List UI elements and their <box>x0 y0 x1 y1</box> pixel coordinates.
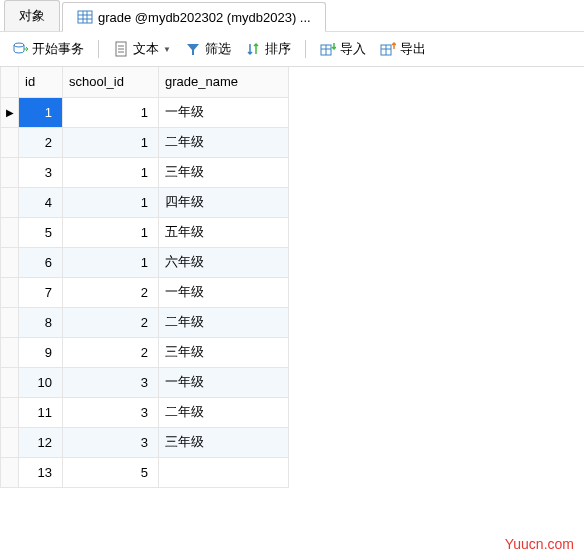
col-grade-name[interactable]: grade_name <box>159 67 289 97</box>
row-handle[interactable] <box>1 337 19 367</box>
toolbar: 开始事务 文本 ▼ 筛选 排序 导入 导出 <box>0 32 584 67</box>
cell-grade-name[interactable]: 二年级 <box>159 397 289 427</box>
cell-id[interactable]: 10 <box>19 367 63 397</box>
cell-id[interactable]: 6 <box>19 247 63 277</box>
cell-school-id[interactable]: 2 <box>63 307 159 337</box>
dropdown-arrow: ▼ <box>163 45 171 54</box>
text-label: 文本 <box>133 40 159 58</box>
separator <box>98 40 99 58</box>
cell-grade-name[interactable]: 二年级 <box>159 127 289 157</box>
cell-grade-name[interactable]: 一年级 <box>159 277 289 307</box>
cell-id[interactable]: 5 <box>19 217 63 247</box>
cell-grade-name[interactable]: 二年级 <box>159 307 289 337</box>
cell-school-id[interactable]: 3 <box>63 427 159 457</box>
cell-id[interactable]: 2 <box>19 127 63 157</box>
cell-id[interactable]: 11 <box>19 397 63 427</box>
row-handle[interactable] <box>1 157 19 187</box>
table-row[interactable]: 92三年级 <box>1 337 289 367</box>
sort-button[interactable]: 排序 <box>241 38 295 60</box>
begin-transaction-button[interactable]: 开始事务 <box>8 38 88 60</box>
svg-point-5 <box>14 43 24 47</box>
row-handle[interactable] <box>1 307 19 337</box>
begin-transaction-label: 开始事务 <box>32 40 84 58</box>
cell-school-id[interactable]: 3 <box>63 367 159 397</box>
svg-rect-0 <box>78 11 92 23</box>
cell-grade-name[interactable]: 一年级 <box>159 367 289 397</box>
cell-school-id[interactable]: 1 <box>63 217 159 247</box>
col-id[interactable]: id <box>19 67 63 97</box>
table-row[interactable]: 61六年级 <box>1 247 289 277</box>
funnel-icon <box>185 41 201 57</box>
tab-object-label: 对象 <box>19 7 45 25</box>
tab-table[interactable]: grade @mydb202302 (mydb2023) ... <box>62 2 326 32</box>
row-handle[interactable] <box>1 127 19 157</box>
row-handle[interactable] <box>1 427 19 457</box>
table-icon <box>77 9 93 25</box>
cell-id[interactable]: 8 <box>19 307 63 337</box>
text-button[interactable]: 文本 ▼ <box>109 38 175 60</box>
table-row[interactable]: 103一年级 <box>1 367 289 397</box>
data-grid[interactable]: id school_id grade_name ▶11一年级21二年级31三年级… <box>0 67 289 488</box>
table-row[interactable]: 41四年级 <box>1 187 289 217</box>
import-button[interactable]: 导入 <box>316 38 370 60</box>
cell-school-id[interactable]: 1 <box>63 187 159 217</box>
cell-school-id[interactable]: 1 <box>63 127 159 157</box>
row-handle[interactable] <box>1 247 19 277</box>
cell-grade-name[interactable]: 六年级 <box>159 247 289 277</box>
import-icon <box>320 41 336 57</box>
cell-school-id[interactable]: 5 <box>63 457 159 487</box>
table-row[interactable]: 72一年级 <box>1 277 289 307</box>
export-button[interactable]: 导出 <box>376 38 430 60</box>
cell-id[interactable]: 13 <box>19 457 63 487</box>
table-row[interactable]: 21二年级 <box>1 127 289 157</box>
table-row[interactable]: 51五年级 <box>1 217 289 247</box>
cell-grade-name[interactable]: 三年级 <box>159 337 289 367</box>
filter-label: 筛选 <box>205 40 231 58</box>
row-handle[interactable]: ▶ <box>1 97 19 127</box>
cell-grade-name[interactable]: 四年级 <box>159 187 289 217</box>
cell-school-id[interactable]: 1 <box>63 97 159 127</box>
row-handle-header <box>1 67 19 97</box>
cell-grade-name[interactable]: 三年级 <box>159 427 289 457</box>
row-handle[interactable] <box>1 217 19 247</box>
row-handle[interactable] <box>1 367 19 397</box>
cell-school-id[interactable]: 3 <box>63 397 159 427</box>
table-row[interactable]: 82二年级 <box>1 307 289 337</box>
cell-id[interactable]: 3 <box>19 157 63 187</box>
sort-icon <box>245 41 261 57</box>
cell-school-id[interactable]: 2 <box>63 277 159 307</box>
tab-object[interactable]: 对象 <box>4 0 60 31</box>
cell-id[interactable]: 12 <box>19 427 63 457</box>
table-row[interactable]: ▶11一年级 <box>1 97 289 127</box>
table-row[interactable]: 123三年级 <box>1 427 289 457</box>
tab-bar: 对象 grade @mydb202302 (mydb2023) ... <box>0 0 584 32</box>
row-handle[interactable] <box>1 187 19 217</box>
table-row[interactable]: 113二年级 <box>1 397 289 427</box>
row-handle[interactable] <box>1 277 19 307</box>
table-row[interactable]: 135 <box>1 457 289 487</box>
cell-id[interactable]: 4 <box>19 187 63 217</box>
row-handle[interactable] <box>1 457 19 487</box>
cell-id[interactable]: 1 <box>19 97 63 127</box>
export-icon <box>380 41 396 57</box>
table-row[interactable]: 31三年级 <box>1 157 289 187</box>
cell-id[interactable]: 9 <box>19 337 63 367</box>
export-label: 导出 <box>400 40 426 58</box>
document-icon <box>113 41 129 57</box>
header-row: id school_id grade_name <box>1 67 289 97</box>
separator <box>305 40 306 58</box>
col-school-id[interactable]: school_id <box>63 67 159 97</box>
cell-school-id[interactable]: 2 <box>63 337 159 367</box>
cell-school-id[interactable]: 1 <box>63 157 159 187</box>
cell-grade-name[interactable]: 三年级 <box>159 157 289 187</box>
cell-grade-name[interactable] <box>159 457 289 487</box>
row-handle[interactable] <box>1 397 19 427</box>
import-label: 导入 <box>340 40 366 58</box>
database-icon <box>12 41 28 57</box>
filter-button[interactable]: 筛选 <box>181 38 235 60</box>
cell-id[interactable]: 7 <box>19 277 63 307</box>
cell-grade-name[interactable]: 五年级 <box>159 217 289 247</box>
cell-school-id[interactable]: 1 <box>63 247 159 277</box>
cell-grade-name[interactable]: 一年级 <box>159 97 289 127</box>
tab-table-label: grade @mydb202302 (mydb2023) ... <box>98 10 311 25</box>
